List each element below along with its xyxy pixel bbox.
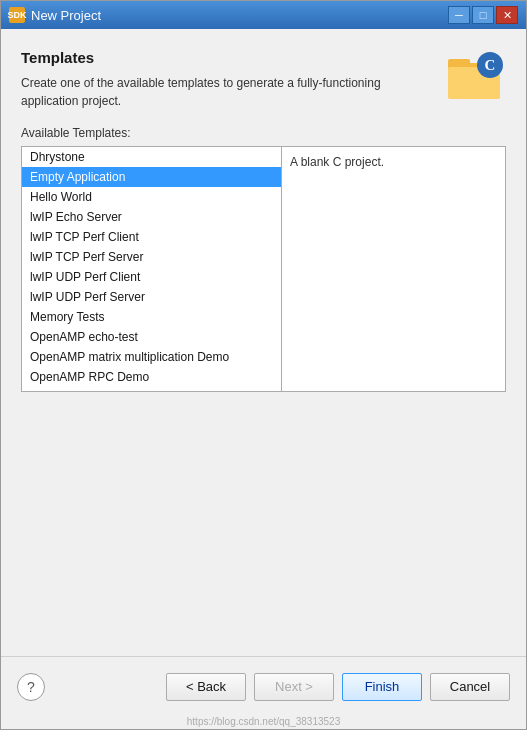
sdk-icon: SDK xyxy=(9,7,25,23)
section-description: Create one of the available templates to… xyxy=(21,74,436,110)
description-panel: A blank C project. xyxy=(282,147,505,391)
header-section: Templates Create one of the available te… xyxy=(21,49,506,110)
list-item[interactable]: OpenAMP matrix multiplication Demo xyxy=(22,347,281,367)
minimize-button[interactable]: ─ xyxy=(448,6,470,24)
templates-container: DhrystoneEmpty ApplicationHello WorldlwI… xyxy=(21,146,506,392)
section-title: Templates xyxy=(21,49,436,66)
next-button[interactable]: Next > xyxy=(254,673,334,701)
list-item[interactable]: lwIP TCP Perf Client xyxy=(22,227,281,247)
folder-c-icon: C xyxy=(446,49,506,104)
list-item[interactable]: lwIP UDP Perf Client xyxy=(22,267,281,287)
help-button[interactable]: ? xyxy=(17,673,45,701)
close-button[interactable]: ✕ xyxy=(496,6,518,24)
cancel-button[interactable]: Cancel xyxy=(430,673,510,701)
list-item[interactable]: Hello World xyxy=(22,187,281,207)
header-text: Templates Create one of the available te… xyxy=(21,49,436,110)
title-bar: SDK New Project ─ □ ✕ xyxy=(1,1,526,29)
template-description: A blank C project. xyxy=(290,155,384,169)
svg-rect-1 xyxy=(448,59,470,67)
list-item[interactable]: Peripheral Tests xyxy=(22,387,281,391)
svg-text:C: C xyxy=(485,57,496,73)
window: SDK New Project ─ □ ✕ Templates Create o… xyxy=(0,0,527,730)
footer: ? < Back Next > Finish Cancel xyxy=(1,656,526,716)
template-list[interactable]: DhrystoneEmpty ApplicationHello WorldlwI… xyxy=(22,147,282,391)
window-controls: ─ □ ✕ xyxy=(448,6,518,24)
list-item[interactable]: lwIP UDP Perf Server xyxy=(22,287,281,307)
list-item[interactable]: OpenAMP echo-test xyxy=(22,327,281,347)
list-item[interactable]: OpenAMP RPC Demo xyxy=(22,367,281,387)
available-label: Available Templates: xyxy=(21,126,506,140)
list-item[interactable]: Empty Application xyxy=(22,167,281,187)
back-button[interactable]: < Back xyxy=(166,673,246,701)
list-item[interactable]: lwIP TCP Perf Server xyxy=(22,247,281,267)
finish-button[interactable]: Finish xyxy=(342,673,422,701)
watermark: https://blog.csdn.net/qq_38313523 xyxy=(1,716,526,729)
list-item[interactable]: Memory Tests xyxy=(22,307,281,327)
list-item[interactable]: Dhrystone xyxy=(22,147,281,167)
content-area: Templates Create one of the available te… xyxy=(1,29,526,656)
list-item[interactable]: lwIP Echo Server xyxy=(22,207,281,227)
window-title: New Project xyxy=(31,8,448,23)
header-icon: C xyxy=(446,49,506,104)
footer-buttons: < Back Next > Finish Cancel xyxy=(166,673,510,701)
maximize-button[interactable]: □ xyxy=(472,6,494,24)
